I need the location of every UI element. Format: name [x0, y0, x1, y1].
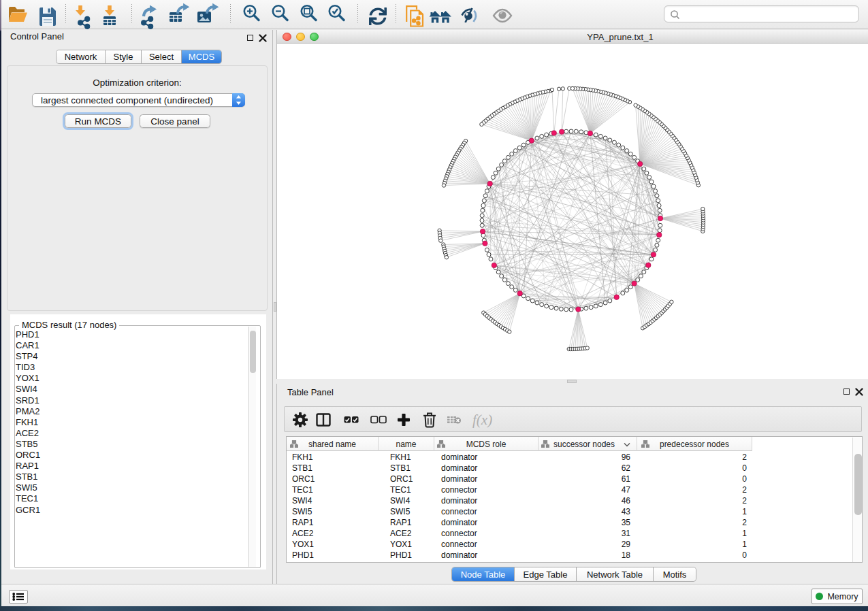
svg-text:f(x): f(x) — [472, 412, 492, 428]
